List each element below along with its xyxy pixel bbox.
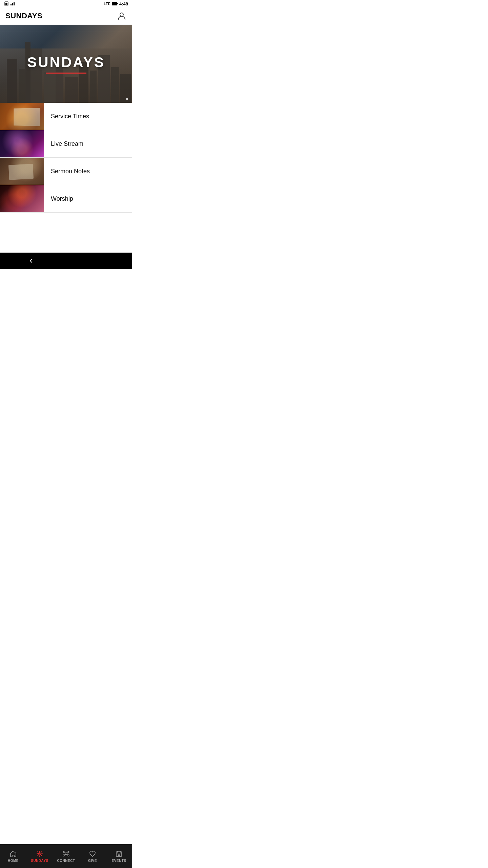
battery-icon — [112, 2, 118, 5]
menu-item-label-service-times: Service Times — [44, 113, 132, 120]
sim-icon — [4, 1, 9, 6]
status-left — [4, 1, 15, 6]
svg-rect-3 — [12, 3, 13, 6]
home-button[interactable] — [61, 256, 71, 265]
signal-label: LTE — [104, 2, 110, 6]
recents-button[interactable] — [96, 256, 106, 265]
menu-item-image-service-times — [0, 103, 44, 130]
menu-item-image-sermon-notes — [0, 158, 44, 185]
menu-item-service-times[interactable]: Service Times — [0, 103, 132, 130]
svg-point-8 — [120, 13, 123, 16]
menu-item-sermon-notes[interactable]: Sermon Notes — [0, 158, 132, 185]
svg-rect-4 — [14, 2, 15, 5]
network-icon — [10, 1, 15, 6]
android-nav-bar — [0, 253, 132, 269]
menu-item-label-sermon-notes: Sermon Notes — [44, 168, 132, 175]
menu-item-label-worship: Worship — [44, 195, 132, 202]
menu-list: Service Times Live Stream Sermon Notes W… — [0, 103, 132, 213]
menu-item-label-live-stream: Live Stream — [44, 140, 132, 147]
hero-content: SUNDAYS — [27, 54, 105, 74]
svg-rect-1 — [5, 3, 7, 5]
hero-banner: SUNDAYS — [0, 25, 132, 103]
svg-rect-7 — [112, 3, 116, 5]
profile-button[interactable] — [117, 11, 127, 21]
svg-rect-2 — [11, 4, 12, 5]
menu-item-image-worship — [0, 185, 44, 212]
menu-item-worship[interactable]: Worship — [0, 185, 132, 213]
status-right: LTE 4:48 — [104, 1, 128, 6]
back-button[interactable] — [26, 256, 36, 265]
menu-item-image-live-stream — [0, 130, 44, 157]
page-title: SUNDAYS — [5, 12, 42, 20]
person-icon — [117, 12, 126, 20]
status-bar: LTE 4:48 — [0, 0, 132, 7]
hero-page-dot — [126, 98, 128, 100]
svg-rect-6 — [117, 3, 118, 4]
hero-underline — [46, 73, 86, 74]
menu-item-live-stream[interactable]: Live Stream — [0, 130, 132, 158]
hero-title: SUNDAYS — [27, 54, 105, 71]
time-display: 4:48 — [119, 1, 128, 6]
header: SUNDAYS — [0, 7, 132, 25]
